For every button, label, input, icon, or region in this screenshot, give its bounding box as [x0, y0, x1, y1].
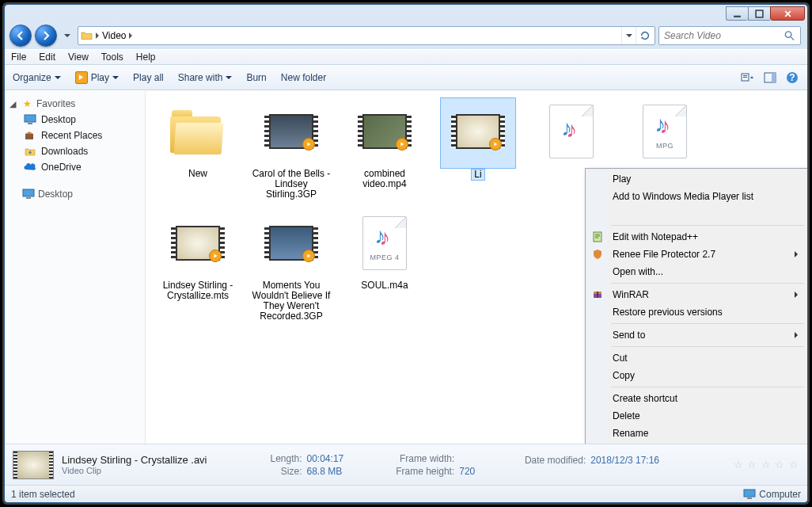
recent-icon — [24, 129, 36, 142]
sidebar-item-onedrive[interactable]: OneDrive — [6, 159, 143, 175]
svg-rect-12 — [28, 123, 32, 124]
organize-button[interactable]: Organize — [13, 72, 61, 83]
submenu-arrow-icon — [795, 332, 798, 338]
help-button[interactable]: ? — [785, 71, 799, 85]
shield-icon — [591, 248, 604, 261]
file-item[interactable]: Li — [435, 97, 521, 200]
navigation-pane: ◢ ★ Favorites Desktop Recent Places Down… — [5, 91, 146, 444]
meta-value: 68.8 MB — [307, 466, 343, 477]
meta-label: Size: — [239, 466, 302, 477]
menu-tools[interactable]: Tools — [101, 51, 123, 63]
context-menu-item[interactable]: Cut — [587, 349, 806, 367]
context-menu-item[interactable]: Renee File Protector 2.7 — [587, 246, 806, 263]
context-menu-item[interactable] — [587, 205, 806, 223]
content-area[interactable]: NewCarol of the Bells - Lindsey Stirling… — [146, 91, 807, 444]
submenu-arrow-icon — [795, 251, 798, 257]
file-label: Carol of the Bells - Lindsey Stirling.3G… — [249, 169, 334, 200]
context-menu-item[interactable]: Delete — [587, 407, 806, 425]
play-overlay-icon — [302, 250, 315, 262]
forward-button[interactable] — [35, 25, 57, 47]
svg-point-2 — [785, 32, 791, 38]
newfolder-button[interactable]: New folder — [281, 72, 326, 83]
sidebar-item-downloads[interactable]: Downloads — [6, 143, 143, 159]
search-input[interactable] — [664, 30, 784, 41]
file-icon — [549, 105, 594, 158]
svg-rect-0 — [734, 15, 741, 17]
nav-row: Video — [5, 22, 807, 49]
svg-line-3 — [791, 37, 794, 40]
context-menu-item[interactable]: Open with... — [587, 263, 806, 280]
context-menu-item[interactable]: Restore previous versions — [587, 303, 806, 321]
status-computer: Computer — [743, 489, 801, 500]
sidebar-item-desktop-root[interactable]: ▷ Desktop — [6, 186, 143, 202]
svg-rect-18 — [597, 292, 598, 298]
context-menu-item[interactable]: Edit with Notepad++ — [587, 228, 806, 246]
nav-history-dropdown[interactable] — [60, 27, 74, 44]
meta-label: Length: — [239, 453, 302, 464]
breadcrumb-item[interactable]: Video — [99, 27, 135, 44]
notepad-icon — [591, 231, 604, 243]
svg-rect-19 — [744, 490, 755, 497]
address-bar[interactable]: Video — [78, 26, 655, 45]
view-options-button[interactable] — [741, 71, 755, 85]
details-filetype: Video Clip — [62, 466, 207, 475]
file-label: Lindsey Stirling - Crystallize.mts — [155, 280, 241, 301]
file-item[interactable]: New — [155, 97, 241, 200]
file-label: Moments You Wouldn't Believe If They Wer… — [249, 280, 334, 322]
context-menu-item[interactable]: WinRAR — [587, 286, 806, 303]
sidebar-item-recent[interactable]: Recent Places — [6, 128, 143, 143]
video-thumbnail — [176, 226, 220, 261]
refresh-button[interactable] — [636, 27, 653, 44]
context-menu-item[interactable]: Copy — [587, 367, 806, 384]
context-menu-item[interactable]: Create shortcut — [587, 390, 806, 407]
svg-rect-5 — [743, 75, 747, 76]
folder-icon — [170, 109, 226, 154]
computer-icon — [743, 489, 756, 500]
menu-view[interactable]: View — [68, 51, 89, 63]
desktop-icon — [24, 113, 36, 126]
collapse-icon: ◢ — [9, 99, 17, 109]
svg-rect-1 — [756, 10, 763, 17]
rating-stars[interactable]: ☆ ☆ ☆ ☆ ☆ — [734, 459, 799, 471]
file-item[interactable]: Lindsey Stirling - Crystallize.mts — [155, 209, 241, 322]
winrar-icon — [591, 288, 604, 301]
context-menu-item[interactable]: Add to Windows Media Player list — [587, 188, 806, 205]
context-menu-item[interactable]: Send to — [587, 326, 806, 344]
maximize-button[interactable] — [748, 6, 770, 21]
search-box[interactable] — [658, 26, 801, 45]
meta-value: 720 — [459, 466, 475, 477]
burn-button[interactable]: Burn — [246, 72, 266, 83]
svg-rect-6 — [743, 77, 747, 78]
menu-file[interactable]: File — [11, 51, 26, 63]
play-overlay-icon — [209, 250, 222, 262]
menu-help[interactable]: Help — [136, 51, 156, 63]
file-item[interactable]: combined video.mp4 — [342, 97, 427, 200]
sharewith-button[interactable]: Share with — [178, 72, 233, 83]
minimize-button[interactable] — [726, 6, 748, 21]
meta-value: 2018/12/3 17:16 — [590, 455, 659, 466]
file-item[interactable]: MPEG 4SOUL.m4a — [342, 209, 427, 322]
address-dropdown-button[interactable] — [621, 27, 636, 44]
file-item[interactable]: Carol of the Bells - Lindsey Stirling.3G… — [249, 97, 334, 200]
context-menu-item[interactable]: Rename — [587, 425, 806, 442]
file-label: combined video.mp4 — [342, 169, 427, 189]
meta-label: Frame width: — [391, 453, 454, 464]
status-bar: 1 item selected Computer — [5, 485, 807, 502]
file-item[interactable]: Moments You Wouldn't Believe If They Wer… — [249, 209, 334, 322]
context-menu-item[interactable]: Play — [587, 170, 806, 188]
favorites-header[interactable]: ◢ ★ Favorites — [6, 96, 143, 112]
meta-value: 00:04:17 — [307, 453, 344, 464]
svg-rect-14 — [26, 197, 31, 199]
video-thumbnail — [456, 114, 500, 149]
file-label: SOUL.m4a — [361, 280, 408, 291]
video-thumbnail — [362, 114, 407, 149]
close-button[interactable] — [770, 6, 805, 21]
menu-edit[interactable]: Edit — [39, 51, 55, 63]
search-icon — [784, 29, 795, 42]
play-button[interactable]: Play — [75, 71, 119, 84]
video-thumbnail — [269, 226, 313, 261]
playall-button[interactable]: Play all — [133, 72, 164, 83]
back-button[interactable] — [9, 25, 32, 47]
sidebar-item-desktop[interactable]: Desktop — [6, 112, 143, 128]
preview-pane-button[interactable] — [763, 71, 777, 85]
